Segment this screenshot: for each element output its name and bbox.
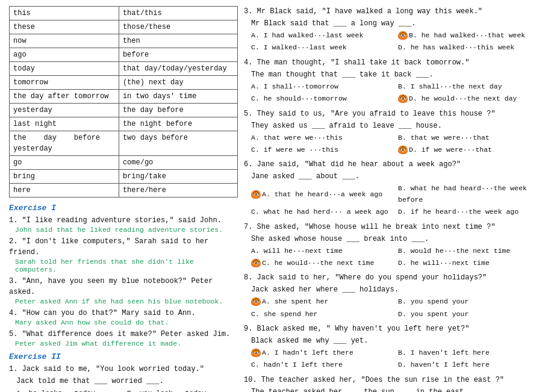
option-label: B. that we were···that: [398, 132, 490, 143]
ex1-answer: Peter asked Ann if she had seen his blue…: [15, 297, 238, 305]
vocab-left-cell: tomorrow: [10, 76, 119, 90]
option-label: A. she spent her: [262, 296, 328, 307]
option-label: D. if we were···that: [409, 145, 492, 155]
option-label: C. he should···tomorrow: [251, 93, 347, 104]
option: 🐯B. he had walked···that week: [398, 30, 545, 41]
ex2-question-sub: Jack told me that ___ worried ___.: [16, 376, 238, 387]
rq-sub: Jane asked ___ about ___.: [251, 171, 545, 182]
option-label: D. haven't I left here: [398, 359, 490, 370]
option-label: A. that were we···this: [251, 132, 343, 143]
option: B. that we were···that: [398, 132, 545, 143]
vocab-left-cell: ago: [10, 48, 119, 62]
tiger-icon: 🐯: [251, 297, 261, 306]
options-row: 🐯A. she spent herB. you spend yourC. she…: [251, 296, 545, 320]
option-label: D. he has walked···this week: [398, 42, 514, 53]
ex1-answer: Sarah told her friends that she didn't l…: [15, 258, 238, 273]
vocab-right-cell: there/here: [119, 184, 237, 198]
ex1-answer: John said that he liked reading adventur…: [15, 226, 238, 234]
vocab-right-cell: that/this: [119, 7, 237, 20]
ex1-question-text: 1. "I like reading adventure stories," s…: [9, 215, 238, 226]
option: 🐯C. he would···the next time: [251, 258, 398, 269]
option-label: C. what he had herd··· a week ago: [251, 207, 388, 217]
vocab-right-cell: then: [119, 34, 237, 48]
vocab-right-cell: that day/today/yesterday: [119, 62, 237, 76]
option: B. you spend your: [398, 296, 545, 307]
rq-sub: They asked us ___ afraid to leave ___ ho…: [251, 120, 545, 131]
right-questions-container: 3. Mr Black said, "I have walked a long …: [244, 6, 545, 392]
option-label: D. he will···next time: [398, 258, 490, 269]
option: 🐯D. if we were···that: [398, 145, 545, 155]
option: 🐯A. she spent her: [251, 296, 398, 307]
tiger-icon: 🐯: [251, 259, 261, 267]
option: 🐯D. he would···the next day: [398, 93, 545, 104]
right-column: 3. Mr Black said, "I have walked a long …: [244, 6, 545, 392]
options-row: 🐯A. I hadn't left thereB. I haven't left…: [251, 347, 545, 371]
exercise-ii-item: 1. Jack said to me, "You look worried to…: [9, 364, 238, 392]
left-column: thisthat/thisthesethose/thesenowthenagob…: [9, 6, 238, 392]
ex1-question-text: 5. "What difference does it make?" Peter…: [9, 329, 238, 340]
option-label: A. I shall···tomorrow: [251, 81, 338, 92]
right-question-item: 9. Black asked me, " Why haven't you lef…: [244, 323, 545, 371]
vocab-right-cell: bring/take: [119, 170, 237, 184]
option: D. you spent your: [398, 309, 545, 320]
option: D. if he heard···the week ago: [398, 207, 545, 217]
vocab-right-cell: those/these: [119, 20, 237, 34]
option: 🐯A. that he heard···a week ago: [251, 183, 398, 205]
options-row: A. that were we···thisB. that we were···…: [251, 132, 545, 156]
vocab-table: thisthat/thisthesethose/thesenowthenagob…: [9, 6, 238, 198]
vocab-left-cell: these: [10, 20, 119, 34]
vocab-left-cell: last night: [10, 117, 119, 131]
option-label: A. I hadn't left there: [262, 347, 353, 358]
option-label: B. he had walked···that week: [409, 30, 525, 41]
rq-sub: Jack asked her where ___ holidays.: [251, 284, 545, 295]
option: D. he has walked···this week: [398, 42, 545, 53]
right-question-item: 10. The teacher asked her, "Does the sun…: [244, 375, 545, 392]
option: 🐯A. I hadn't left there: [251, 347, 398, 358]
ex1-answer: Peter asked Jim what difference it made.: [15, 340, 238, 347]
rq-sub: The man thought that ___ take it back __…: [251, 69, 545, 80]
option-label: A. I had walked···last week: [251, 30, 363, 41]
option: B. would he···the next time: [398, 246, 545, 257]
vocab-left-cell: go: [10, 156, 119, 170]
rq-main: 6. Jane said, "What did he hear about a …: [244, 159, 545, 170]
option-label: B. what he had heard···the week before: [398, 183, 545, 205]
ex2-question-main: 1. Jack said to me, "You look worried to…: [9, 364, 238, 375]
ex1-question-text: 2. "I don't like computers," Sarah said …: [9, 236, 238, 258]
option: B. I haven't left here: [398, 347, 545, 358]
vocab-left-cell: bring: [10, 170, 119, 184]
option: A. that were we···this: [251, 132, 398, 143]
option: B. you look···today: [127, 388, 238, 392]
vocab-left-cell: the day before yesterday: [10, 131, 119, 156]
exercise-i-item: 4. "How can you do that?" Mary said to A…: [9, 308, 238, 326]
exercise-ii-container: 1. Jack said to me, "You look worried to…: [9, 364, 238, 392]
option: A. he looks···today: [16, 388, 127, 392]
option-label: B. I shall···the next day: [398, 81, 502, 92]
option: A. I had walked···last week: [251, 30, 398, 41]
tiger-icon: 🐯: [251, 190, 261, 199]
exercise-ii-heading: Exercise II: [9, 352, 238, 361]
exercise-i-item: 3. "Ann, have you seen my blue notebook?…: [9, 276, 238, 305]
options-row: A. I shall···tomorrowB. I shall···the ne…: [251, 81, 545, 105]
exercise-i-heading: Exercise I: [9, 204, 238, 213]
vocab-right-cell: (the) next day: [119, 76, 237, 90]
vocab-left-cell: today: [10, 62, 119, 76]
ex1-question-text: 4. "How can you do that?" Mary said to A…: [9, 308, 238, 319]
option: C. what he had herd··· a week ago: [251, 207, 398, 217]
vocab-right-cell: before: [119, 48, 237, 62]
options-row: A. he looks···todayB. you look···todayC.…: [16, 388, 238, 392]
rq-main: 3. Mr Black said, "I have walked a long …: [244, 6, 545, 17]
option-label: C. if were we ···this: [251, 145, 338, 155]
tiger-icon: 🐯: [398, 31, 408, 40]
option: C. hadn't I left there: [251, 359, 398, 370]
options-row: A. I had walked···last week🐯B. he had wa…: [251, 30, 545, 54]
option-label: D. you spent your: [398, 309, 468, 320]
option-label: A. will he···next time: [251, 246, 343, 257]
right-question-item: 3. Mr Black said, "I have walked a long …: [244, 6, 545, 54]
option: C. I walked···last week: [251, 42, 398, 53]
option-label: D. he would···the next day: [409, 93, 517, 104]
rq-main: 9. Black asked me, " Why haven't you lef…: [244, 323, 545, 334]
vocab-right-cell: the day before: [119, 104, 237, 117]
option-label: B. you look···today: [127, 388, 206, 392]
right-question-item: 7. She asked, "Whose house will he break…: [244, 222, 545, 269]
right-question-item: 8. Jack said to her, "Where do you spend…: [244, 272, 545, 320]
